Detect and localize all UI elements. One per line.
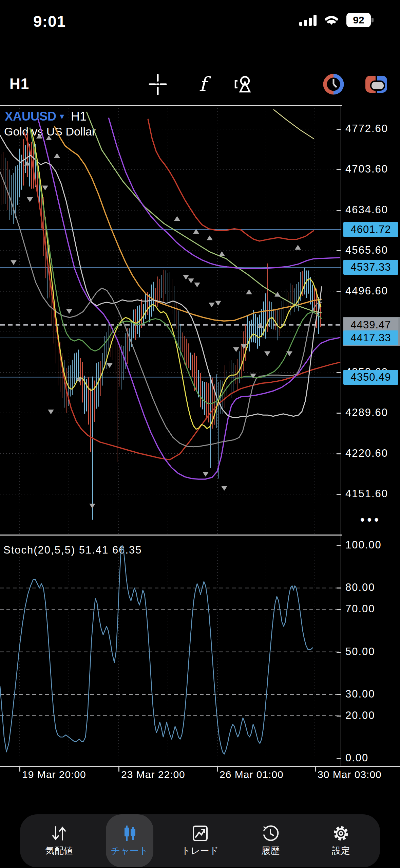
clock: 9:01 xyxy=(33,12,66,31)
fractal-down-icon xyxy=(194,283,200,287)
stochastic-line xyxy=(0,545,313,754)
time-axis-tick xyxy=(118,767,119,772)
stoch-axis-label: 20.00 xyxy=(345,709,375,722)
price-axis-label: 4220.60 xyxy=(345,447,388,459)
chart-toolbar: H1 f xyxy=(0,71,400,98)
fractal-down-icon xyxy=(209,303,215,307)
price-axis-tick xyxy=(337,372,341,373)
tab-trade-label: トレード xyxy=(182,845,219,857)
price-axis-tick xyxy=(337,453,341,454)
time-axis-label: 19 Mar 20:00 xyxy=(22,769,86,780)
stoch-axis-tick xyxy=(337,716,341,717)
price-axis-label: 4151.60 xyxy=(345,488,388,500)
chart-candles-icon xyxy=(121,825,138,842)
fractal-down-icon xyxy=(66,309,72,314)
stoch-axis-label: 30.00 xyxy=(345,688,375,700)
tab-settings-label: 設定 xyxy=(332,845,350,857)
time-axis-label: 30 Mar 03:00 xyxy=(318,769,382,780)
time-axis-tick xyxy=(315,767,316,772)
stoch-axis-label: 70.00 xyxy=(345,603,375,615)
price-axis-tick xyxy=(337,169,341,170)
tab-history[interactable]: 履歴 xyxy=(242,814,299,867)
price-axis-label: 4772.60 xyxy=(345,123,388,135)
indicator-line-band-pale-yellow-upper xyxy=(273,109,314,139)
fractal-down-icon xyxy=(221,486,227,491)
price-axis-label: 4289.60 xyxy=(345,406,388,419)
fractal-up-icon xyxy=(207,235,213,240)
indicator-line-band-red-lower xyxy=(24,132,340,460)
axis-more-dots[interactable]: ••• xyxy=(360,513,381,527)
tab-chart-label: チャート xyxy=(111,845,148,857)
quotes-arrows-icon xyxy=(50,825,68,842)
price-chip-4537.33: 4537.33 xyxy=(343,260,398,275)
fractal-down-icon xyxy=(215,301,221,306)
bottom-tab-bar: 気配値 チャート トレード 履歴 xyxy=(20,814,380,867)
price-axis-label: 4496.60 xyxy=(345,285,388,297)
time-axis-tick xyxy=(217,767,218,772)
fractal-down-icon xyxy=(188,278,194,283)
objects-icon[interactable] xyxy=(232,73,255,96)
indicator-line-ma-purple-upper xyxy=(109,117,340,269)
stoch-axis-tick xyxy=(337,694,341,695)
tab-history-label: 履歴 xyxy=(261,845,280,857)
stoch-axis-tick xyxy=(337,545,341,546)
tab-quotes[interactable]: 気配値 xyxy=(30,814,88,867)
price-axis-tick xyxy=(337,250,341,251)
indicator-line-band-red-upper xyxy=(148,119,314,241)
fractal-down-icon xyxy=(42,185,48,190)
fractal-up-icon xyxy=(219,251,225,256)
fractal-down-icon xyxy=(203,472,209,476)
price-axis-tick xyxy=(337,291,341,292)
fractal-up-icon xyxy=(246,290,252,294)
time-axis-label: 26 Mar 01:00 xyxy=(220,769,284,780)
stoch-axis-tick xyxy=(337,758,341,759)
crosshair-icon[interactable] xyxy=(146,73,169,96)
main-chart-canvas[interactable] xyxy=(0,105,341,535)
fractal-down-icon xyxy=(183,275,189,280)
fractal-up-icon xyxy=(174,216,180,221)
indicators-icon[interactable]: f xyxy=(191,73,214,96)
fractal-up-icon xyxy=(295,245,301,250)
trade-panel-icon[interactable] xyxy=(365,73,388,96)
stoch-axis-label: 50.00 xyxy=(345,646,375,658)
tab-trade[interactable]: トレード xyxy=(171,814,229,867)
market-watch-clock-icon[interactable] xyxy=(322,73,345,96)
price-axis-label: 4565.60 xyxy=(345,244,388,256)
timeframe-button[interactable]: H1 xyxy=(9,75,29,92)
chart-border-top xyxy=(0,105,342,106)
tab-settings[interactable]: 設定 xyxy=(312,814,370,867)
price-axis-border xyxy=(341,105,341,767)
chart-border-middle xyxy=(0,535,342,536)
history-clock-icon xyxy=(262,825,279,842)
stoch-axis-label: 80.00 xyxy=(345,581,375,594)
stoch-axis-label: 100.00 xyxy=(345,539,382,551)
fractal-down-icon xyxy=(107,363,113,368)
fractal-down-icon xyxy=(89,504,95,508)
status-bar: 9:01 92 xyxy=(0,10,400,31)
settings-gear-icon xyxy=(332,825,350,842)
indicator-line-ma-purple-lower xyxy=(38,119,340,479)
stoch-axis-tick xyxy=(337,587,341,589)
fractal-down-icon xyxy=(48,410,54,414)
price-chip-4601.72: 4601.72 xyxy=(343,222,398,237)
tab-chart[interactable]: チャート xyxy=(101,814,158,867)
price-axis-tick xyxy=(337,413,341,414)
chart-region: 9:01 92 H1 f xyxy=(0,0,400,868)
stochastic-chart-canvas[interactable] xyxy=(0,542,341,767)
indicator-line-ma-green-slow xyxy=(87,112,322,313)
stoch-axis-tick xyxy=(337,652,341,653)
indicator-line-ma-yellow-fast xyxy=(31,129,321,429)
battery-icon: 92 xyxy=(346,13,371,27)
cellular-signal-icon xyxy=(299,14,317,26)
tab-quotes-label: 気配値 xyxy=(45,845,73,857)
fractal-up-icon xyxy=(36,134,42,139)
price-chip-4350.49: 4350.49 xyxy=(343,370,398,385)
price-axis-tick xyxy=(337,129,341,130)
indicator-line-ma-orange xyxy=(54,126,322,321)
stoch-axis-label: 0.00 xyxy=(345,752,368,764)
indicator-line-ma-gray-b xyxy=(0,172,322,447)
fractal-down-icon xyxy=(11,260,17,265)
wifi-icon xyxy=(323,13,340,27)
price-axis-tick xyxy=(337,210,341,211)
fractal-down-icon xyxy=(233,347,239,352)
